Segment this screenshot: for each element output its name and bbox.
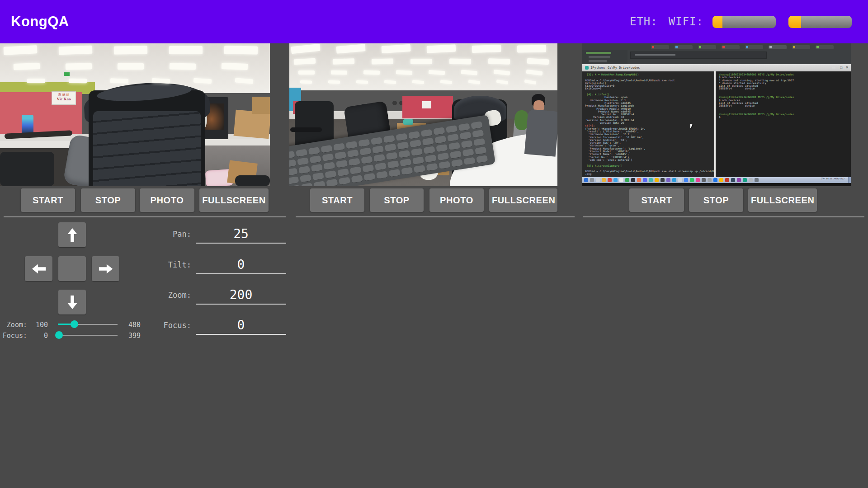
- taskbar-icon[interactable]: [631, 178, 635, 182]
- taskbar-icon[interactable]: [660, 178, 665, 182]
- window-icon: [585, 66, 589, 70]
- screen-bottom-edge: [582, 183, 851, 186]
- taskbar-icon[interactable]: [684, 178, 688, 182]
- ceiling-light: [410, 59, 432, 64]
- keyboard-key: [314, 181, 326, 186]
- maximize-button[interactable]: □: [840, 66, 842, 70]
- taskbar-icon[interactable]: [749, 178, 753, 182]
- taskbar-icon[interactable]: [590, 178, 594, 182]
- keyboard-key: [347, 150, 359, 158]
- panel2-divider: [296, 216, 575, 217]
- keyboard-key: [396, 133, 407, 141]
- eth-label: ETH:: [630, 15, 658, 28]
- arrow-up-icon: [66, 227, 79, 243]
- focus-slider-track[interactable]: [58, 335, 118, 336]
- keyboard-key: [473, 138, 485, 147]
- taskbar-icon[interactable]: [755, 178, 759, 182]
- cardboard-box-2: [252, 97, 270, 114]
- keyboard-key: [383, 135, 395, 144]
- taskbar-icon[interactable]: [613, 178, 618, 182]
- keyboard-key: [439, 161, 450, 169]
- taskbar-icon[interactable]: [702, 178, 706, 182]
- taskbar-icon[interactable]: [690, 178, 694, 182]
- keyboard-key: [425, 155, 437, 163]
- ceiling-light: [294, 58, 316, 65]
- camera3-fullscreen-button[interactable]: FULLSCREEN: [748, 188, 817, 212]
- taskbar-icon[interactable]: [743, 178, 747, 182]
- pan-down-button[interactable]: [58, 290, 86, 314]
- file-type-icon: [722, 46, 725, 48]
- keyboard-key: [410, 140, 421, 148]
- keyboard-key: [448, 142, 460, 150]
- taskbar-icon[interactable]: [608, 178, 612, 182]
- tilt-field[interactable]: 0: [196, 257, 286, 274]
- taskbar-icon[interactable]: [725, 178, 729, 182]
- camera1-start-button[interactable]: START: [21, 188, 75, 212]
- keyboard-key: [298, 166, 310, 174]
- ceiling-light: [396, 70, 412, 75]
- keyboard-key: [424, 146, 435, 155]
- camera3-start-button[interactable]: START: [629, 188, 684, 212]
- jacket-quilt: [93, 111, 201, 186]
- eth-level-fill: [712, 16, 722, 28]
- ceiling-light: [488, 58, 510, 65]
- taskbar-icon[interactable]: [708, 178, 712, 182]
- ceiling-light: [372, 59, 393, 65]
- taskbar-icon[interactable]: [619, 178, 623, 182]
- camera1-stop-button[interactable]: STOP: [81, 188, 135, 212]
- taskbar-icon[interactable]: [649, 178, 653, 182]
- connection-status: ETH: WIFI:: [630, 0, 852, 43]
- keyboard-key: [397, 141, 409, 150]
- nameplate: 高 總 組 Vic Kao: [52, 91, 76, 105]
- pan-left-button[interactable]: [25, 256, 52, 281]
- ceiling-light: [517, 45, 546, 52]
- keyboard-key: [464, 157, 476, 166]
- window-titlebar: IPython: G:\My Drive/codes — □ ✕: [582, 64, 851, 71]
- taskbar-icon[interactable]: [655, 178, 659, 182]
- taskbar-icon[interactable]: [637, 178, 641, 182]
- keyboard-key: [289, 151, 295, 160]
- taskbar-icon[interactable]: [737, 178, 741, 182]
- taskbar-icon[interactable]: [666, 178, 670, 182]
- ide-search-text: [635, 54, 675, 56]
- minimize-button[interactable]: —: [832, 66, 835, 70]
- taskbar-icon[interactable]: [584, 178, 588, 182]
- camera2-stop-button[interactable]: STOP: [370, 188, 424, 212]
- camera2-fullscreen-button[interactable]: FULLSCREEN: [489, 188, 557, 212]
- file-type-icon: [675, 46, 678, 48]
- taskbar-icon[interactable]: [643, 178, 647, 182]
- taskbar-icon[interactable]: [602, 178, 606, 182]
- taskbar-icon[interactable]: [731, 178, 735, 182]
- ide-file-tab: [698, 45, 716, 49]
- arrow-down-icon: [66, 295, 79, 310]
- camera1-photo-button[interactable]: PHOTO: [140, 188, 194, 212]
- close-button[interactable]: ✕: [845, 66, 849, 70]
- keyboard-key: [311, 164, 323, 173]
- taskbar-icon[interactable]: [672, 178, 676, 182]
- wifi-level-bar: [788, 16, 852, 28]
- app-header: KongQA ETH: WIFI:: [0, 0, 868, 43]
- pan-right-button[interactable]: [92, 256, 119, 281]
- taskbar-icon[interactable]: [713, 178, 717, 182]
- taskbar-icon[interactable]: [625, 178, 629, 182]
- focus-field[interactable]: 0: [196, 318, 286, 335]
- ceiling-light: [69, 79, 87, 84]
- zoom-slider-thumb[interactable]: [71, 320, 78, 328]
- ptz-center-button[interactable]: [58, 256, 86, 281]
- taskbar-icon[interactable]: [596, 178, 600, 182]
- camera1-fullscreen-button[interactable]: FULLSCREEN: [199, 188, 269, 212]
- pan-up-button[interactable]: [58, 222, 86, 247]
- zoom-slider-value: 100: [29, 321, 48, 329]
- camera2-start-button[interactable]: START: [310, 188, 364, 212]
- taskbar-icon[interactable]: [696, 178, 700, 182]
- keyboard-key: [372, 145, 384, 154]
- pan-field[interactable]: 25: [196, 226, 286, 244]
- camera2-photo-button[interactable]: PHOTO: [429, 188, 484, 212]
- taskbar-icon[interactable]: [678, 178, 682, 182]
- taskbar-icon[interactable]: [719, 178, 723, 182]
- ceiling-light: [170, 63, 196, 70]
- camera3-stop-button[interactable]: STOP: [689, 188, 743, 212]
- keyboard-key: [346, 141, 358, 150]
- zoom-field[interactable]: 200: [196, 287, 286, 305]
- focus-slider-thumb[interactable]: [55, 331, 63, 339]
